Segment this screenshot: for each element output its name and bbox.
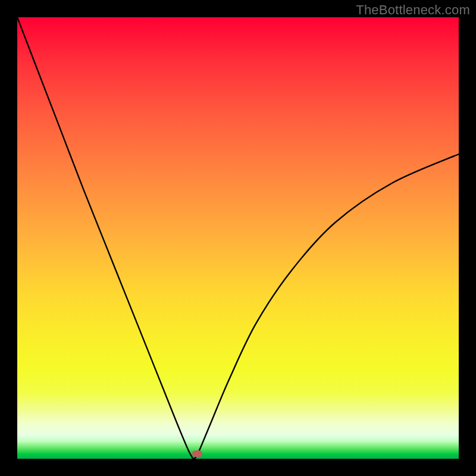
watermark-text: TheBottleneck.com: [356, 2, 470, 18]
curve-svg: [17, 17, 459, 459]
plot-area: [17, 17, 459, 459]
bottleneck-curve-path: [17, 17, 459, 459]
chart-frame: TheBottleneck.com: [0, 0, 476, 476]
optimum-marker: [192, 450, 202, 457]
